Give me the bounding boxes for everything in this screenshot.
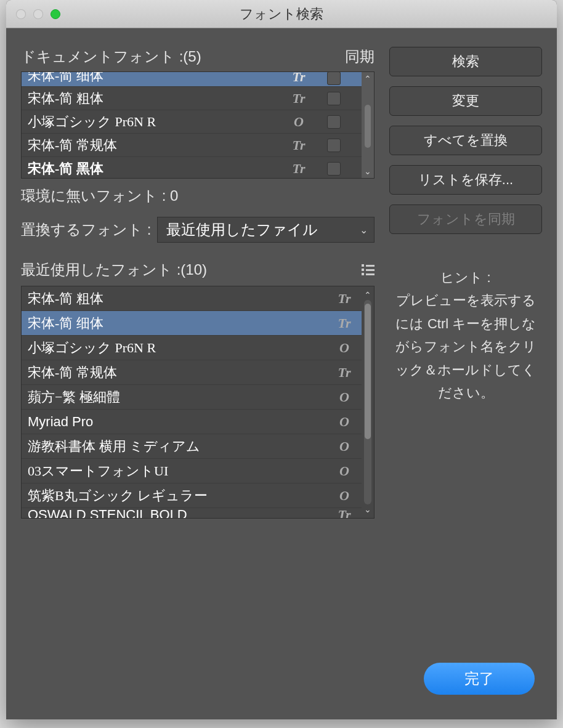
scrollbar-thumb[interactable] [365, 105, 371, 148]
font-name: 小塚ゴシック Pr6N R [28, 113, 286, 131]
font-row[interactable]: 蘋方−繁 極細體O [22, 385, 362, 410]
done-button[interactable]: 完了 [424, 663, 535, 695]
document-fonts-list[interactable]: 宋体-简 细体Tr宋体-简 粗体Tr小塚ゴシック Pr6N RO宋体-简 常规体… [21, 71, 375, 179]
sync-fonts-button[interactable]: フォントを同期 [389, 204, 542, 234]
font-type-icon: O [332, 389, 357, 405]
scroll-up-icon[interactable]: ⌃ [364, 290, 371, 300]
font-name: 宋体-简 粗体 [28, 89, 286, 108]
replace-all-button[interactable]: すべてを置換 [389, 126, 542, 155]
chevron-down-icon: ⌄ [360, 224, 368, 236]
font-type-icon: Tr [286, 161, 311, 177]
list-view-icon[interactable] [362, 264, 375, 275]
font-name: 宋体-简 黑体 [28, 160, 286, 178]
font-name: 游教科書体 横用 ミディアム [28, 437, 332, 456]
save-list-button[interactable]: リストを保存... [389, 165, 542, 195]
font-type-icon: Tr [286, 91, 311, 107]
dropdown-value: 最近使用したファイル [166, 220, 318, 240]
font-name: 宋体-简 粗体 [28, 289, 332, 308]
scrollbar[interactable]: ⌃ ⌄ [362, 72, 374, 178]
font-type-icon: Tr [286, 72, 311, 85]
document-fonts-header: ドキュメントフォント :(5) 同期 [21, 47, 375, 67]
font-name: 宋体-简 常规体 [28, 363, 332, 382]
font-row[interactable]: 03スマートフォントUIO [22, 459, 362, 483]
font-type-icon: O [286, 114, 311, 130]
font-row[interactable]: 宋体-简 细体Tr [22, 72, 362, 87]
titlebar: フォント検索 [6, 0, 557, 28]
font-name: Myriad Pro [28, 414, 332, 430]
font-type-icon: Tr [332, 508, 357, 518]
scroll-down-icon[interactable]: ⌄ [364, 167, 371, 176]
font-type-icon: O [332, 488, 357, 504]
font-type-icon: Tr [332, 365, 357, 381]
font-row[interactable]: 宋体-简 细体Tr [22, 311, 362, 336]
replace-font-dropdown[interactable]: 最近使用したファイル ⌄ [157, 217, 375, 243]
sync-checkbox-cell [311, 92, 357, 105]
scroll-up-icon[interactable]: ⌃ [364, 75, 371, 83]
font-type-icon: O [332, 439, 357, 455]
recent-fonts-list[interactable]: 宋体-简 粗体Tr宋体-简 细体Tr小塚ゴシック Pr6N RO宋体-简 常规体… [21, 286, 375, 519]
sync-checkbox-cell [311, 162, 357, 176]
font-name: 筑紫B丸ゴシック レギュラー [28, 487, 332, 505]
missing-fonts-label: 環境に無いフォント : 0 [21, 186, 375, 206]
font-row[interactable]: 宋体-简 常规体Tr [22, 360, 362, 385]
font-row[interactable]: 宋体-简 粗体Tr [22, 286, 362, 311]
sync-column-label: 同期 [345, 47, 375, 67]
font-row[interactable]: 宋体-简 黑体Tr [22, 157, 362, 178]
font-row[interactable]: 宋体-简 常规体Tr [22, 134, 362, 157]
font-name: 蘋方−繁 極細體 [28, 388, 332, 406]
font-type-icon: Tr [286, 137, 311, 153]
font-row[interactable]: 游教科書体 横用 ミディアムO [22, 434, 362, 459]
font-type-icon: O [332, 340, 357, 356]
font-row[interactable]: 宋体-简 粗体Tr [22, 87, 362, 110]
font-row[interactable]: 小塚ゴシック Pr6N RO [22, 110, 362, 134]
scrollbar[interactable]: ⌃ ⌄ [362, 286, 374, 518]
font-type-icon: O [332, 414, 357, 430]
sync-checkbox-cell [311, 72, 357, 85]
font-name: 03スマートフォントUI [28, 462, 332, 480]
sync-checkbox-cell [311, 139, 357, 152]
font-type-icon: Tr [332, 315, 357, 331]
font-search-dialog: フォント検索 ドキュメントフォント :(5) 同期 宋体-简 细体Tr宋体-简 … [6, 0, 557, 719]
replace-font-label: 置換するフォント : [21, 220, 151, 240]
font-name: 小塚ゴシック Pr6N R [28, 339, 332, 357]
scrollbar-thumb[interactable] [365, 304, 371, 439]
font-name: 宋体-简 细体 [28, 314, 332, 333]
sync-checkbox[interactable] [327, 115, 341, 129]
sync-checkbox-cell [311, 115, 357, 129]
font-type-icon: Tr [332, 291, 357, 307]
font-name: 宋体-简 细体 [28, 72, 286, 85]
hint-body: プレビューを表示するには Ctrl キーを押しながらフォント名をクリック＆ホール… [392, 289, 540, 404]
font-row[interactable]: 筑紫B丸ゴシック レギュラーO [22, 483, 362, 508]
sync-checkbox[interactable] [327, 162, 341, 176]
font-row[interactable]: 小塚ゴシック Pr6N RO [22, 336, 362, 360]
font-row[interactable]: OSWALD STENCIL BOLDTr [22, 508, 362, 518]
sync-checkbox[interactable] [327, 92, 341, 105]
hint-text: ヒント : プレビューを表示するには Ctrl キーを押しながらフォント名をクリ… [389, 266, 542, 404]
font-row[interactable]: Myriad ProO [22, 410, 362, 434]
document-fonts-label: ドキュメントフォント :(5) [21, 47, 201, 67]
font-name: 宋体-简 常规体 [28, 136, 286, 155]
font-name: OSWALD STENCIL BOLD [28, 508, 332, 518]
sync-checkbox[interactable] [327, 139, 341, 152]
change-button[interactable]: 変更 [389, 86, 542, 116]
font-type-icon: O [332, 463, 357, 479]
sync-checkbox[interactable] [327, 72, 341, 85]
scroll-down-icon[interactable]: ⌄ [364, 504, 371, 514]
window-title: フォント検索 [6, 5, 557, 23]
hint-title: ヒント : [392, 266, 540, 289]
search-button[interactable]: 検索 [389, 47, 542, 76]
recent-fonts-label: 最近使用したフォント :(10) [21, 260, 207, 280]
